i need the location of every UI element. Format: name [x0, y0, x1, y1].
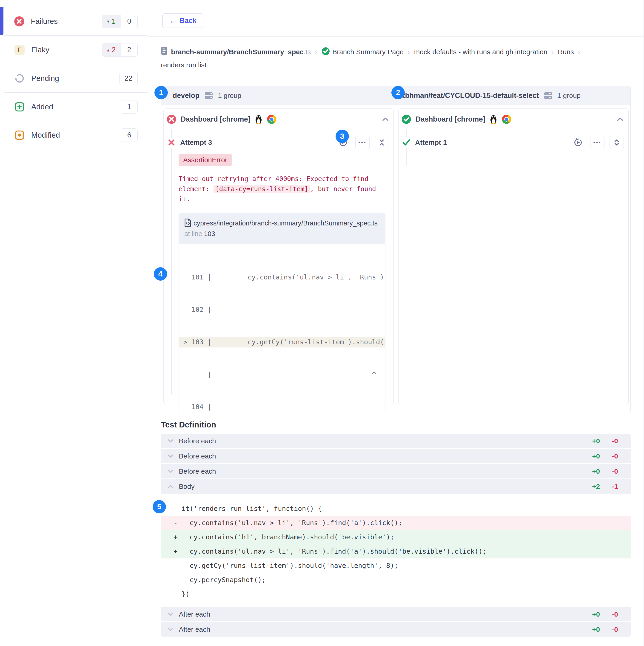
passed-spec-icon — [401, 114, 411, 124]
diff-context-line: cy.getCy('runs-list-item').should('have.… — [161, 558, 631, 573]
sidebar-item-label: Added — [31, 103, 114, 111]
hook-row-body[interactable]: Body +2 -1 — [161, 479, 631, 494]
diff-removed-line: - cy.contains('ul.nav > li', 'Runs').fin… — [161, 516, 631, 530]
collapse-attempt-button[interactable] — [374, 136, 389, 149]
sidebar-item-failures[interactable]: Failures ▾1 0 — [4, 7, 148, 35]
added-count-badge: 1 — [121, 100, 138, 114]
error-selector-chip: [data-cy=runs-list-item] — [214, 185, 310, 193]
trend-value: 2 — [112, 46, 116, 54]
sidebar-item-modified[interactable]: Modified 6 — [4, 121, 148, 149]
code-file-icon — [184, 219, 191, 227]
test-definition-title: Test Definition — [161, 420, 216, 429]
left-branch-header: develop 1 group — [161, 86, 396, 105]
diff-added-line: + cy.contains('h1', branchName).should('… — [161, 530, 631, 544]
left-group-count: 1 group — [218, 92, 241, 100]
added-icon — [14, 102, 25, 112]
spec-header-row[interactable]: Dashboard [chrome] — [399, 109, 628, 129]
breadcrumb-chevron-icon: › — [315, 48, 317, 56]
chrome-icon — [502, 114, 511, 124]
breadcrumb-chevron-icon: › — [578, 48, 580, 56]
attempt-failed-icon — [167, 137, 177, 147]
sidebar-item-label: Pending — [31, 74, 113, 83]
chevron-down-icon — [168, 613, 173, 616]
hook-row-before-each-2[interactable]: Before each +0 -0 — [161, 449, 631, 463]
diff-removed-count: -1 — [612, 482, 618, 491]
flaky-icon: F — [14, 44, 25, 55]
code-line: 102 | — [179, 304, 385, 315]
diff-removed-count: -0 — [612, 626, 618, 633]
code-snippet-card: cypress/integration/branch-summary/Branc… — [179, 213, 386, 413]
back-button[interactable]: ← Back — [162, 13, 203, 28]
chevron-down-icon — [168, 469, 173, 473]
breadcrumb-suite[interactable]: Branch Summary Page — [332, 48, 404, 56]
branch-compare-panel: develop 1 group tbhman/feat/CYCLOUD-15-d… — [161, 86, 631, 413]
diff-added-count: +2 — [592, 482, 600, 491]
spec-title: Dashboard [chrome] — [181, 115, 250, 123]
body-code-diff: it('renders run list', function() { - cy… — [161, 495, 631, 607]
attempt-menu-button[interactable]: ••• — [590, 136, 605, 149]
flaky-count-badge: ▴2 2 — [102, 43, 138, 57]
sidebar-item-label: Failures — [31, 17, 95, 26]
linux-icon — [489, 114, 498, 124]
trend-down-icon: ▾ — [107, 19, 109, 24]
count-value: 0 — [121, 15, 137, 28]
scrollbar-track[interactable] — [643, 0, 644, 646]
collapse-spec-chevron-icon[interactable] — [617, 117, 624, 122]
pending-icon — [14, 73, 25, 84]
expand-attempt-button[interactable] — [610, 136, 624, 149]
failures-icon — [14, 16, 24, 26]
count-value: 22 — [119, 72, 137, 85]
breadcrumb-chevron-icon: › — [552, 48, 554, 56]
collapse-spec-chevron-icon[interactable] — [382, 117, 389, 122]
test-definition-section: Before each +0 -0 Before each +0 -0 Befo… — [161, 434, 631, 637]
active-accent-bar — [0, 7, 3, 35]
hook-row-after-each-2[interactable]: After each +0 -0 — [161, 622, 631, 637]
right-group-count: 1 group — [557, 92, 581, 100]
breadcrumb-describe[interactable]: mock defaults - with runs and gh integra… — [414, 48, 547, 56]
left-branch-column: Dashboard [chrome] — [161, 105, 396, 413]
breadcrumb-test-name: renders run list — [161, 61, 206, 69]
sidebar-item-added[interactable]: Added 1 — [4, 92, 148, 121]
breadcrumb-chevron-icon: › — [408, 48, 410, 56]
diff-removed-count: -0 — [612, 610, 618, 618]
diff-removed-count: -0 — [612, 452, 618, 460]
diff-added-count: +0 — [592, 626, 600, 633]
left-spec-card: Dashboard [chrome] — [164, 108, 394, 404]
passed-check-icon — [321, 47, 330, 56]
breadcrumb-spec[interactable]: branch-summary/BranchSummary_spec.ts — [171, 48, 311, 56]
code-line-highlighted: > 103 | cy.getCy('runs-list-item').shoul… — [179, 337, 385, 347]
hook-row-after-each-1[interactable]: After each +0 -0 — [161, 607, 631, 621]
sidebar-item-pending[interactable]: Pending 22 — [4, 64, 148, 92]
hook-label: Body — [179, 482, 586, 491]
attempt-menu-button[interactable]: ••• — [355, 136, 369, 149]
sidebar-item-label: Modified — [31, 131, 114, 139]
spec-file-ext: .ts — [304, 48, 311, 56]
breadcrumb: branch-summary/BranchSummary_spec.ts› Br… — [161, 45, 632, 72]
attempt-error-block: AssertionError Timed out retrying after … — [179, 154, 389, 413]
back-arrow-icon: ← — [169, 16, 176, 25]
hook-row-before-each-3[interactable]: Before each +0 -0 — [161, 464, 631, 478]
chevron-down-icon — [168, 454, 173, 458]
diff-added-count: +0 — [592, 437, 600, 445]
annotation-circle-3: 3 — [336, 130, 349, 143]
hook-label: After each — [179, 626, 586, 633]
annotation-circle-1: 1 — [154, 86, 168, 99]
sidebar-item-flaky[interactable]: F Flaky ▴2 2 — [4, 35, 148, 64]
breadcrumb-context[interactable]: Runs — [558, 48, 574, 56]
code-caret-line: | ^ — [179, 369, 385, 380]
diff-context-line: }) — [161, 587, 631, 601]
modified-icon — [14, 130, 25, 140]
snippet-file-path: cypress/integration/branch-summary/Branc… — [194, 219, 378, 227]
count-value: 1 — [121, 100, 137, 113]
attempt-1-row: Attempt 1 ••• — [399, 136, 628, 149]
group-server-icon — [544, 92, 553, 100]
snippet-file-header: cypress/integration/branch-summary/Branc… — [179, 213, 385, 244]
hook-row-before-each-1[interactable]: Before each +0 -0 — [161, 434, 631, 448]
spec-file-name: branch-summary/BranchSummary_spec — [171, 48, 304, 56]
linux-icon — [254, 114, 263, 124]
spec-title: Dashboard [chrome] — [416, 115, 485, 123]
snippet-code: 101 | cy.contains('ul.nav > li', 'Runs')… — [179, 244, 385, 413]
pending-count-badge: 22 — [119, 72, 138, 85]
spec-header-row[interactable]: Dashboard [chrome] — [164, 109, 394, 129]
replay-attempt-button[interactable] — [571, 136, 585, 149]
